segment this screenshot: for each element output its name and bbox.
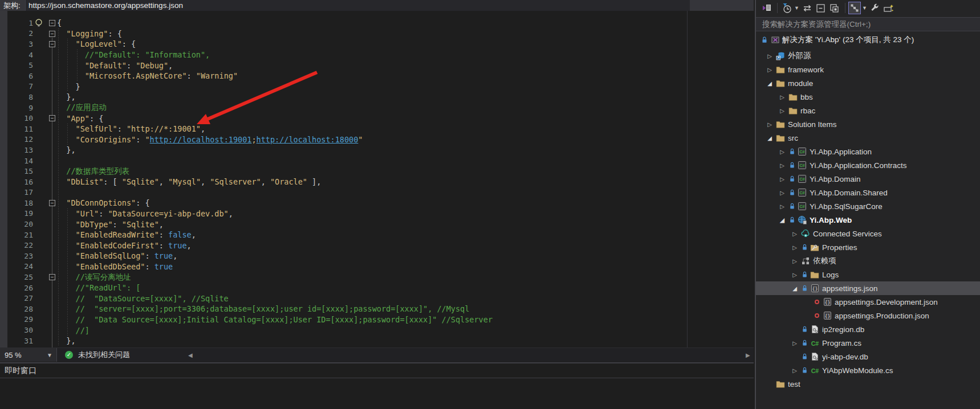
tree-item[interactable]: ◢{}appsettings.json — [756, 281, 980, 295]
chevron-collapsed-icon[interactable]: ▷ — [790, 258, 800, 264]
tree-item[interactable]: ◢Yi.Abp.Web — [756, 213, 980, 227]
immediate-window-title[interactable]: 即时窗口 — [0, 363, 754, 378]
fold-collapse-box[interactable]: − — [49, 274, 55, 280]
switch-views-icon[interactable] — [761, 2, 773, 14]
code-link[interactable]: http://localhost:19001 — [150, 135, 252, 144]
code-line[interactable]: 23 "EnabledSqlLog": true, — [0, 251, 754, 261]
hscroll-left-arrow[interactable]: ◀ — [188, 352, 193, 358]
chevron-expanded-icon[interactable]: ◢ — [765, 135, 775, 141]
preview-selected-items-icon[interactable] — [883, 2, 895, 14]
solution-root-row[interactable]: 解决方案 'Yi.Abp' (23 个项目, 共 23 个) — [756, 33, 980, 47]
fold-collapse-box[interactable]: − — [49, 20, 55, 26]
chevron-collapsed-icon[interactable]: ▷ — [777, 203, 787, 210]
tree-item[interactable]: ▷C#Yi.Abp.Application.Contracts — [756, 158, 980, 172]
code-line[interactable]: 1{ — [0, 18, 754, 28]
immediate-window-body[interactable] — [0, 378, 754, 409]
tree-item[interactable]: ▷C#Yi.Abp.SqlSugarCore — [756, 199, 980, 213]
lightbulb-icon[interactable] — [34, 18, 43, 28]
code-line[interactable]: 6 "Microsoft.AspNetCore": "Warning" — [0, 71, 754, 81]
code-line[interactable]: 17 — [0, 187, 754, 198]
tree-item[interactable]: ▷bbs — [756, 90, 980, 104]
code-line[interactable]: 7 } — [0, 81, 754, 92]
sync-with-active-document-icon[interactable] — [801, 2, 814, 14]
tree-item[interactable]: ◢module — [756, 76, 980, 90]
tree-item[interactable]: ▷外部源 — [756, 49, 980, 63]
code-line[interactable]: 14 — [0, 156, 754, 166]
code-line[interactable]: 22 "EnabledCodeFirst": true, — [0, 240, 754, 251]
code-editor[interactable]: 1{2 "Logging": {3 "LogLevel": {4 //"Defa… — [0, 11, 754, 347]
pending-changes-filter-icon[interactable] — [780, 2, 793, 14]
properties-icon[interactable] — [828, 2, 841, 14]
tree-item[interactable]: test — [756, 377, 980, 391]
chevron-expanded-icon[interactable]: ◢ — [765, 80, 775, 87]
code-line[interactable]: 10 "App": { — [0, 113, 754, 124]
fold-collapse-box[interactable]: − — [49, 31, 55, 37]
tree-item[interactable]: {}appsettings.Production.json — [756, 309, 980, 322]
code-line[interactable]: 25 //读写分离地址 — [0, 272, 754, 283]
code-line[interactable]: 8 }, — [0, 92, 754, 103]
code-line[interactable]: 19 "Url": "DataSource=yi-abp-dev.db", — [0, 208, 754, 219]
code-line[interactable]: 24 "EnabledDbSeed": true — [0, 261, 754, 272]
hscroll-right-arrow[interactable]: ▶ — [746, 352, 750, 358]
chevron-collapsed-icon[interactable]: ▷ — [790, 272, 800, 278]
chevron-collapsed-icon[interactable]: ▷ — [765, 121, 775, 128]
code-line[interactable]: 9 //应用启动 — [0, 103, 754, 113]
health-check-icon[interactable]: ✓ — [65, 351, 73, 359]
chevron-collapsed-icon[interactable]: ▷ — [777, 108, 787, 114]
chevron-expanded-icon[interactable]: ◢ — [790, 285, 800, 292]
chevron-collapsed-icon[interactable]: ▷ — [777, 176, 787, 182]
code-line[interactable]: 30 //] — [0, 325, 754, 336]
chevron-collapsed-icon[interactable]: ▷ — [777, 190, 787, 196]
tree-item[interactable]: yi-abp-dev.db — [756, 350, 980, 363]
chevron-collapsed-icon[interactable]: ▷ — [765, 53, 775, 59]
wrench-icon[interactable] — [869, 2, 881, 14]
tree-item[interactable]: {}appsettings.Development.json — [756, 295, 980, 309]
code-line[interactable]: 3 "LogLevel": { — [0, 39, 754, 50]
code-line[interactable]: 27 // "DataSource=[xxxx]", //Sqlite — [0, 293, 754, 304]
chevron-down-icon[interactable]: ▼ — [862, 5, 867, 11]
tree-item[interactable]: ▷framework — [756, 63, 980, 76]
show-all-files-icon[interactable] — [848, 2, 861, 14]
schema-url-combo[interactable]: https://json.schemastore.org/appsettings… — [25, 0, 690, 11]
chevron-collapsed-icon[interactable]: ▷ — [765, 67, 775, 73]
code-link[interactable]: http://localhost:18000 — [257, 135, 359, 144]
code-line[interactable]: 15 //数据库类型列表 — [0, 166, 754, 177]
code-line[interactable]: 11 "SelfUrl": "http://*:19001", — [0, 124, 754, 134]
fold-collapse-box[interactable]: − — [49, 115, 55, 121]
chevron-collapsed-icon[interactable]: ▷ — [790, 367, 800, 374]
solution-search-input[interactable]: 搜索解决方案资源管理器(Ctrl+;) — [756, 17, 980, 31]
tree-item[interactable]: ▷C#Program.cs — [756, 336, 980, 350]
tree-item[interactable]: ▷C#YiAbpWebModule.cs — [756, 363, 980, 377]
code-line[interactable]: 26 //"ReadUrl": [ — [0, 283, 754, 293]
code-line[interactable]: 28 // "server=[xxxx];port=3306;database=… — [0, 304, 754, 314]
code-line[interactable]: 20 "DbType": "Sqlite", — [0, 219, 754, 230]
tree-item[interactable]: ▷C#Yi.Abp.Domain.Shared — [756, 186, 980, 199]
collapse-all-icon[interactable] — [815, 2, 827, 14]
tree-item[interactable]: ▷Properties — [756, 240, 980, 254]
code-line[interactable]: 4 //"Default": "Information", — [0, 50, 754, 60]
tree-item[interactable]: ▷Connected Services — [756, 227, 980, 240]
code-line[interactable]: 18 "DbConnOptions": { — [0, 198, 754, 208]
chevron-collapsed-icon[interactable]: ▷ — [790, 231, 800, 237]
code-line[interactable]: 21 "EnabledReadWrite": false, — [0, 230, 754, 240]
code-line[interactable]: 13 }, — [0, 145, 754, 156]
tree-item[interactable]: ◢src — [756, 131, 980, 145]
code-line[interactable]: 5 "Default": "Debug", — [0, 60, 754, 71]
tree-item[interactable]: ▷C#Yi.Abp.Application — [756, 145, 980, 158]
chevron-collapsed-icon[interactable]: ▷ — [777, 162, 787, 169]
chevron-collapsed-icon[interactable]: ▷ — [777, 94, 787, 100]
tree-item[interactable]: ip2region.db — [756, 322, 980, 336]
fold-collapse-box[interactable]: − — [49, 41, 55, 47]
code-line[interactable]: 2 "Logging": { — [0, 28, 754, 39]
chevron-down-icon[interactable]: ▼ — [794, 5, 799, 11]
code-line[interactable]: 12 "CorsOrigins": "http://localhost:1900… — [0, 134, 754, 145]
tree-item[interactable]: ▷依赖项 — [756, 254, 980, 268]
zoom-level-select[interactable]: 95 % ▼ — [0, 348, 57, 362]
tree-item[interactable]: ▷Logs — [756, 268, 980, 281]
tree-item[interactable]: ▷Solution Items — [756, 117, 980, 131]
tree-item[interactable]: ▷C#Yi.Abp.Domain — [756, 172, 980, 186]
code-line[interactable]: 31 }, — [0, 336, 754, 346]
fold-collapse-box[interactable]: − — [49, 200, 55, 206]
tree-item[interactable]: ▷rbac — [756, 104, 980, 117]
code-line[interactable]: 16 "DbList": [ "Sqlite", "Mysql", "Sqlse… — [0, 177, 754, 187]
